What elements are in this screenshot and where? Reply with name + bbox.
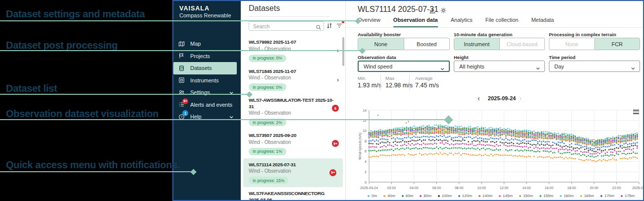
select-observation-data[interactable]: Wind speed: [358, 61, 450, 72]
sidebar-item-label: Instruments: [190, 77, 218, 83]
dataset-name: WLS79992 2025-11-07: [249, 39, 336, 46]
date-prev-button[interactable]: ‹: [478, 94, 480, 102]
tab-observation-data[interactable]: Observation data: [393, 17, 438, 27]
segment-option-none[interactable]: None: [358, 38, 404, 50]
svg-text:18:00: 18:00: [567, 186, 576, 190]
search-icon: [316, 23, 322, 29]
sidebar-item-map[interactable]: Map: [173, 38, 241, 50]
segment-option-cloud-based[interactable]: Cloud-based: [499, 38, 545, 50]
sidebar-item-projects[interactable]: Projects: [173, 50, 241, 63]
legend-item-40m[interactable]: 40m: [383, 194, 395, 198]
screenshot-canvas: Dataset settings and metadataDataset pos…: [0, 0, 644, 201]
legend-item-165m[interactable]: 165m: [580, 194, 594, 198]
legend-item-60m[interactable]: 60m: [402, 194, 414, 198]
svg-text:16:00: 16:00: [545, 186, 554, 190]
sort-icon[interactable]: [326, 22, 333, 29]
legend-label: 145m: [503, 194, 513, 198]
segmented-control: NoneFCR: [549, 38, 640, 50]
legend-dot: [458, 195, 460, 197]
segment-option-none[interactable]: None: [549, 38, 594, 50]
tab-overview[interactable]: Overview: [358, 17, 380, 27]
chart-menu-icon[interactable]: [633, 110, 639, 115]
filter-icon[interactable]: [336, 22, 343, 29]
stat-average-value: 7.45 m/s: [415, 82, 439, 89]
select-value: All heights: [459, 64, 484, 69]
scrollbar-thumb[interactable]: [342, 37, 344, 66]
progress-badge: In progress: 0%: [249, 55, 286, 62]
legend-label: 120m: [462, 194, 472, 198]
progress-badge: In progress: 0%: [249, 83, 286, 91]
annotation-line: [0, 50, 362, 52]
date-label: 2025-09-24: [486, 95, 517, 101]
divider: [380, 75, 381, 91]
legend-dot: [600, 195, 602, 197]
chevron-down-icon: [631, 64, 636, 69]
legend-item-170m[interactable]: 170m: [600, 194, 614, 198]
chevron-down-icon: [440, 65, 445, 69]
app-window: VAISALA Compass Renewable MapProjectsDat…: [172, 0, 644, 201]
dataset-list-item[interactable]: WLS73507 2025-09-20Wind - ObservationIn …: [241, 129, 345, 158]
segment-option-boosted[interactable]: Boosted: [404, 38, 450, 50]
main-content: WLS71114 2025-07-31 OverviewObservation …: [346, 1, 643, 200]
svg-text:14:00: 14:00: [522, 186, 531, 190]
legend-item-80m[interactable]: 80m: [420, 194, 431, 198]
select-label: Observation data: [358, 55, 396, 60]
notification-badge: 9+: [182, 98, 188, 104]
dataset-type: Wind - Observation: [249, 168, 343, 174]
annotation-line: [0, 94, 249, 95]
sidebar-item-settings[interactable]: Settings: [173, 86, 241, 99]
legend-item-0m[interactable]: 0m: [368, 194, 377, 198]
svg-text:2025-09-24: 2025-09-24: [360, 186, 378, 190]
stat-min-label: Min: [358, 75, 365, 81]
list-icon: 9+: [178, 101, 185, 108]
dataset-list-item[interactable]: WLS71114 2025-07-31Wind - ObservationIn …: [243, 158, 343, 188]
flag-icon: [178, 53, 185, 60]
svg-text:08:00: 08:00: [455, 186, 464, 190]
legend-item-100m[interactable]: 100m: [438, 194, 452, 198]
date-next-button[interactable]: ›: [519, 94, 522, 102]
legend-item-175m[interactable]: 175m: [621, 194, 635, 198]
segment-option-instrument[interactable]: Instrument: [454, 38, 499, 50]
dataset-list-item[interactable]: WLS7-AWSSIMULATOR-TEST 2025-10-31Wind - …: [241, 94, 345, 129]
dataset-name: WLS73507 2025-09-20: [249, 133, 336, 139]
annotation-label: Dataset settings and metadata: [6, 8, 145, 20]
sidebar-item-datasets[interactable]: Datasets: [173, 62, 237, 74]
tab-file-collection[interactable]: File collection: [485, 17, 519, 27]
svg-text:02:00: 02:00: [387, 186, 396, 190]
annotation-label: Dataset list: [6, 83, 57, 94]
filter-label: Availability booster: [358, 32, 401, 37]
legend-label: 150m: [523, 194, 533, 198]
segment-option-fcr[interactable]: FCR: [594, 38, 640, 50]
segmented-control: InstrumentCloud-based: [454, 38, 545, 50]
sidebar-item-help[interactable]: ?1Help: [173, 111, 241, 123]
search-box[interactable]: [249, 21, 324, 31]
legend-item-150m[interactable]: 150m: [519, 194, 533, 198]
tab-analytics[interactable]: Analytics: [451, 17, 473, 27]
dataset-title: WLS71114 2025-07-31: [358, 5, 438, 14]
alert-count-badge: 9+: [332, 140, 339, 147]
legend-item-120m[interactable]: 120m: [458, 194, 472, 198]
search-input[interactable]: [252, 22, 314, 30]
legend-item-155m[interactable]: 155m: [539, 194, 553, 198]
gear-icon[interactable]: [440, 7, 447, 14]
dataset-list-item[interactable]: WLS71845 2025-11-07Wind - ObservationIn …: [241, 65, 345, 94]
download-icon[interactable]: [429, 7, 436, 14]
sidebar-item-alerts-and-events[interactable]: 9+Alerts and events: [173, 99, 241, 111]
sidebar-item-instruments[interactable]: Instruments: [173, 74, 241, 87]
select-time-period[interactable]: Day: [549, 61, 640, 72]
vaisala-logo: VAISALA: [179, 5, 210, 12]
dataset-name: WLS7-AWSSIMULATOR-TEST 2025-10-31: [249, 97, 336, 110]
tab-metadata[interactable]: Metadata: [531, 17, 554, 27]
dataset-type: Wind - Observation: [249, 139, 345, 145]
svg-text:14: 14: [363, 109, 367, 112]
legend-dot: [519, 195, 521, 197]
chevron-down-icon: [229, 88, 234, 97]
legend-item-140m[interactable]: 140m: [479, 194, 492, 198]
dataset-list-item[interactable]: WLS7FAKEANSSISCONNECTORG 2025-03-06Wind …: [241, 187, 345, 201]
select-height[interactable]: All heights: [454, 61, 545, 72]
alert-count-badge: 6: [332, 105, 339, 112]
legend-item-160m[interactable]: 160m: [560, 194, 574, 198]
dataset-type: Wind - Observation: [249, 110, 345, 116]
legend-item-145m[interactable]: 145m: [499, 194, 513, 198]
annotation-label: Dataset post processing: [6, 40, 117, 51]
